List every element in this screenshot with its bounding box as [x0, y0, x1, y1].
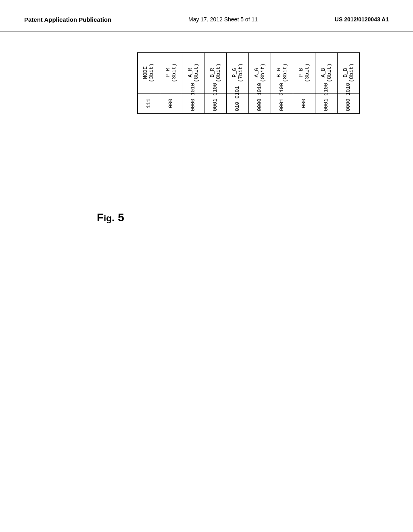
sheet-info: May 17, 2012 Sheet 5 of 11: [188, 16, 258, 23]
page: Patent Application Publication May 17, 2…: [0, 0, 413, 532]
patent-number: US 2012/0120043 A1: [335, 16, 389, 23]
publication-title: Patent Application Publication: [24, 16, 111, 23]
table-container: MODE(3bit) P_R(3bit) A_R(8bit) B_R(8bit)…: [137, 52, 360, 114]
page-header: Patent Application Publication May 17, 2…: [0, 0, 413, 31]
cell-b-b: 0000 1010: [337, 93, 359, 113]
data-table: MODE(3bit) P_R(3bit) A_R(8bit) B_R(8bit)…: [137, 52, 360, 114]
cell-a-b: 0001 0100: [315, 93, 337, 113]
col-header-p-r: P_R(3bit): [160, 53, 182, 93]
table-row: 111 000 0000 1010 0001 0100 010 0101 000…: [138, 93, 359, 113]
cell-p-g: 010 0101: [226, 93, 248, 113]
cell-p-b: 000: [293, 93, 315, 113]
cell-b-g: 0001 0100: [271, 93, 293, 113]
col-header-p-b: P_B(3bit): [293, 53, 315, 93]
figure-label: Fig. 5: [97, 210, 124, 224]
cell-a-g: 0000 1010: [248, 93, 271, 113]
cell-p-r: 000: [160, 93, 182, 113]
cell-mode: 111: [138, 93, 160, 113]
cell-b-r: 0001 0100: [204, 93, 226, 113]
cell-a-r: 0000 1010: [182, 93, 204, 113]
col-header-mode: MODE(3bit): [138, 53, 160, 93]
